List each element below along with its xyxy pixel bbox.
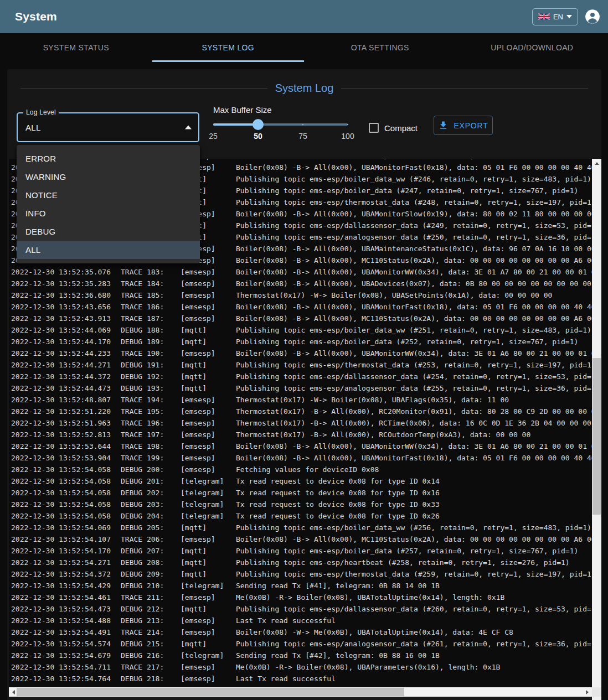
log-level: DEBUG 189: <box>121 336 181 348</box>
tab-system-log[interactable]: SYSTEM LOG <box>152 33 305 62</box>
log-row: 2022-12-30 13:52:54.058DEBUG 201:[telegr… <box>9 475 592 487</box>
log-source: [emsesp] <box>181 429 236 440</box>
log-level: DEBUG 216: <box>121 650 181 661</box>
log-row: 2022-12-30 13:52:54.170DEBUG 207:[mqtt]P… <box>9 545 592 557</box>
slider-thumb[interactable] <box>253 119 264 130</box>
log-source: [emsesp] <box>181 592 236 603</box>
log-timestamp: 2022-12-30 13:52:54.574 <box>9 638 121 650</box>
log-level: DEBUG 204: <box>121 510 181 522</box>
language-selector[interactable]: EN <box>532 8 578 25</box>
log-row: 2022-12-30 13:52:44.473DEBUG 193:[mqtt]P… <box>9 382 592 394</box>
chevron-down-icon <box>566 15 572 18</box>
log-row: 2022-12-30 13:52:54.473DEBUG 212:[mqtt]P… <box>9 603 592 615</box>
log-row: 2022-12-30 13:52:54.491TRACE 214:[emsesp… <box>9 626 592 638</box>
log-row: 2022-12-30 13:52:43.656TRACE 186:[emsesp… <box>9 301 592 313</box>
log-source: [emsesp] <box>181 266 236 278</box>
menu-item-all[interactable]: ALL <box>17 241 200 259</box>
log-row: 2022-12-30 13:52:54.058DEBUG 202:[telegr… <box>9 487 592 499</box>
log-level: TRACE 198: <box>121 440 181 452</box>
horizontal-scroll-thumb[interactable] <box>17 688 404 696</box>
log-timestamp: 2022-12-30 13:52:35.283 <box>9 278 121 289</box>
log-level: DEBUG 203: <box>121 499 181 510</box>
log-level: DEBUG 209: <box>121 568 181 580</box>
log-timestamp: 2022-12-30 13:52:35.076 <box>9 266 121 278</box>
menu-item-notice[interactable]: NOTICE <box>17 186 200 204</box>
menu-item-debug[interactable]: DEBUG <box>17 222 200 241</box>
log-row: 2022-12-30 13:52:53.644TRACE 198:[emsesp… <box>9 440 592 452</box>
compact-checkbox[interactable] <box>369 123 379 133</box>
log-level: DEBUG 202: <box>121 487 181 499</box>
log-message: Fetching values for deviceID 0x08 <box>236 464 592 475</box>
log-source: [emsesp] <box>181 452 236 464</box>
log-level: DEBUG 208: <box>121 557 181 568</box>
log-message: Publishing topic ems-esp/boiler_data_ww … <box>236 173 592 185</box>
log-timestamp: 2022-12-30 13:52:44.233 <box>9 348 121 359</box>
uk-flag-icon <box>538 13 550 20</box>
buffer-size-slider[interactable] <box>213 119 348 130</box>
log-message: Boiler(0x08) -B-> All(0x00), MC110Status… <box>236 533 592 545</box>
slider-mark-label: 50 <box>254 132 262 141</box>
tab-upload-download[interactable]: UPLOAD/DOWNLOAD <box>456 33 608 62</box>
log-message: Boiler(0x08) -B-> All(0x00), UBAMonitorW… <box>236 440 592 452</box>
log-message: Thermostat(0x17) -W-> Boiler(0x08), UBAS… <box>236 289 592 301</box>
log-message: Boiler(0x08) -B-> All(0x00), UBAMonitorF… <box>236 301 592 313</box>
log-message: Publishing topic ems-esp/thermostat_data… <box>236 196 592 208</box>
log-source: [telegram] <box>181 580 236 592</box>
horizontal-scrollbar[interactable] <box>9 687 592 697</box>
export-button[interactable]: EXPORT <box>434 116 493 135</box>
page-title: System Log <box>267 82 342 95</box>
log-row: 2022-12-30 13:52:51.220TRACE 195:[emsesp… <box>9 406 592 417</box>
vertical-scroll-thumb[interactable] <box>592 358 601 515</box>
log-row: 2022-12-30 13:52:54.271DEBUG 208:[mqtt]P… <box>9 557 592 568</box>
log-timestamp: 2022-12-30 13:52:54.491 <box>9 626 121 638</box>
log-row: 2022-12-30 13:52:53.904TRACE 199:[emsesp… <box>9 452 592 464</box>
menu-item-warning[interactable]: WARNING <box>17 168 200 186</box>
log-source: [mqtt] <box>181 557 236 568</box>
menu-item-error[interactable]: ERROR <box>17 149 200 168</box>
tab-ota-settings[interactable]: OTA SETTINGS <box>304 33 456 62</box>
log-row: 2022-12-30 13:52:35.283TRACE 184:[emsesp… <box>9 278 592 289</box>
log-source: [emsesp] <box>181 673 236 685</box>
log-row: 2022-12-30 13:52:54.764DEBUG 218:[emsesp… <box>9 673 592 685</box>
scroll-up-button[interactable] <box>592 159 601 168</box>
log-message: Publishing topic ems-esp/analogsensor_da… <box>236 382 592 394</box>
log-timestamp: 2022-12-30 13:52:44.069 <box>9 324 121 336</box>
log-row: 2022-12-30 13:52:36.680TRACE 185:[emsesp… <box>9 289 592 301</box>
log-row: 2022-12-30 13:52:54.107TRACE 206:[emsesp… <box>9 533 592 545</box>
log-message: Publishing topic ems-esp/boiler_data (#2… <box>236 336 592 348</box>
account-icon[interactable] <box>585 9 600 24</box>
tab-label: SYSTEM STATUS <box>43 43 109 52</box>
log-source: [mqtt] <box>181 603 236 615</box>
tab-label: SYSTEM LOG <box>202 43 254 52</box>
log-level: DEBUG 188: <box>121 324 181 336</box>
menu-item-info[interactable]: INFO <box>17 204 200 222</box>
log-source: [mqtt] <box>181 382 236 394</box>
log-timestamp: 2022-12-30 13:52:44.372 <box>9 371 121 382</box>
log-message: Sending read Tx [#42], telegram: 0B 88 1… <box>236 650 592 661</box>
log-timestamp: 2022-12-30 13:52:48.807 <box>9 394 121 406</box>
divider <box>20 88 267 89</box>
log-row: 2022-12-30 13:52:52.813TRACE 197:[emsesp… <box>9 429 592 440</box>
log-row: 2022-12-30 13:52:54.058DEBUG 204:[telegr… <box>9 510 592 522</box>
log-message: Boiler(0x08) -B-> All(0x00), UBAMonitorF… <box>236 162 592 173</box>
log-timestamp: 2022-12-30 13:52:43.656 <box>9 301 121 313</box>
log-level: DEBUG 200: <box>121 464 181 475</box>
log-source: [emsesp] <box>181 289 236 301</box>
log-timestamp: 2022-12-30 13:52:54.429 <box>9 580 121 592</box>
log-timestamp: 2022-12-30 13:52:43.913 <box>9 313 121 324</box>
log-message: Publishing topic ems-esp/dallassensor_da… <box>236 220 592 231</box>
log-level-select[interactable]: Log Level ALL <box>17 112 199 142</box>
scroll-right-button[interactable] <box>583 687 592 697</box>
log-source: [mqtt] <box>181 545 236 557</box>
log-level: TRACE 197: <box>121 429 181 440</box>
log-source: [mqtt] <box>181 359 236 371</box>
log-level: TRACE 194: <box>121 394 181 406</box>
log-level: DEBUG 191: <box>121 359 181 371</box>
log-row: 2022-12-30 13:52:54.711TRACE 217:[emsesp… <box>9 661 592 673</box>
log-message: Boiler(0x08) -B-> All(0x00), UBADevices(… <box>236 278 592 289</box>
tab-bar: SYSTEM STATUSSYSTEM LOGOTA SETTINGSUPLOA… <box>0 33 608 62</box>
tab-system-status[interactable]: SYSTEM STATUS <box>0 33 152 62</box>
compact-toggle[interactable]: Compact <box>369 123 418 133</box>
log-message: Publishing topic ems-esp/boiler_data (#2… <box>236 185 592 196</box>
vertical-scrollbar[interactable] <box>592 159 601 700</box>
